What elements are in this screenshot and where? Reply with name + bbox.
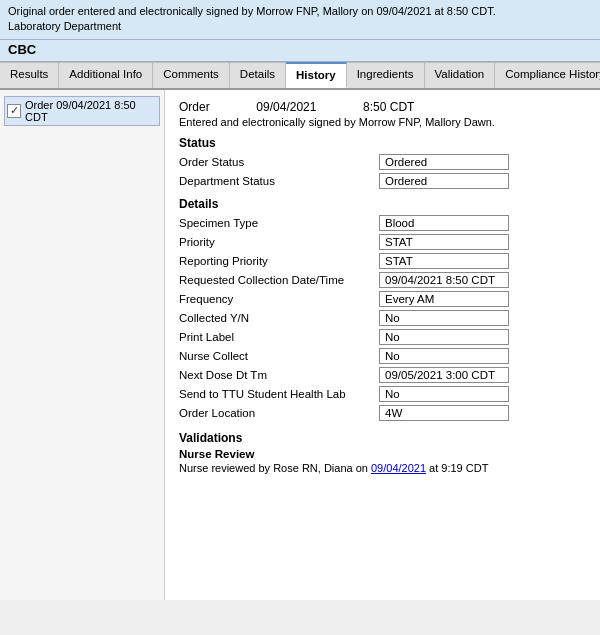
- right-panel: Order 09/04/2021 8:50 CDT Entered and el…: [165, 90, 600, 600]
- label-priority: Priority: [179, 236, 379, 248]
- label-nurse-collect: Nurse Collect: [179, 350, 379, 362]
- field-row-frequency: Frequency Every AM: [179, 291, 586, 307]
- left-item-label: Order 09/04/2021 8:50 CDT: [25, 99, 157, 123]
- tab-history[interactable]: History: [286, 62, 347, 88]
- value-send-ttu: No: [379, 386, 509, 402]
- field-row-send-ttu: Send to TTU Student Health Lab No: [179, 386, 586, 402]
- label-print-label: Print Label: [179, 331, 379, 343]
- order-checkbox[interactable]: [7, 104, 21, 118]
- nurse-review-heading: Nurse Review: [179, 448, 586, 460]
- banner-department: Laboratory Department: [8, 20, 121, 32]
- value-frequency: Every AM: [379, 291, 509, 307]
- nurse-review-prefix: Nurse reviewed by Rose RN, Diana on: [179, 462, 371, 474]
- field-row-order-location: Order Location 4W: [179, 405, 586, 421]
- value-requested-collection: 09/04/2021 8:50 CDT: [379, 272, 509, 288]
- order-header-date: 09/04/2021: [256, 100, 316, 114]
- validations-section: Validations Nurse Review Nurse reviewed …: [179, 431, 586, 474]
- order-header-label: Order: [179, 100, 210, 114]
- order-signed: Entered and electronically signed by Mor…: [179, 116, 586, 128]
- label-collected: Collected Y/N: [179, 312, 379, 324]
- field-row-priority: Priority STAT: [179, 234, 586, 250]
- order-header: Order 09/04/2021 8:50 CDT: [179, 100, 586, 114]
- value-priority: STAT: [379, 234, 509, 250]
- tab-ingredients[interactable]: Ingredients: [347, 62, 425, 88]
- label-order-status: Order Status: [179, 156, 379, 168]
- value-print-label: No: [379, 329, 509, 345]
- tab-results[interactable]: Results: [0, 62, 59, 88]
- nurse-review-text: Nurse reviewed by Rose RN, Diana on 09/0…: [179, 462, 586, 474]
- field-row-reporting-priority: Reporting Priority STAT: [179, 253, 586, 269]
- field-row-nurse-collect: Nurse Collect No: [179, 348, 586, 364]
- label-send-ttu: Send to TTU Student Health Lab: [179, 388, 379, 400]
- main-content: Order 09/04/2021 8:50 CDT Order 09/04/20…: [0, 90, 600, 600]
- value-specimen-type: Blood: [379, 215, 509, 231]
- tab-comments[interactable]: Comments: [153, 62, 230, 88]
- value-order-location: 4W: [379, 405, 509, 421]
- value-next-dose: 09/05/2021 3:00 CDT: [379, 367, 509, 383]
- value-nurse-collect: No: [379, 348, 509, 364]
- tab-validation[interactable]: Validation: [425, 62, 496, 88]
- label-specimen-type: Specimen Type: [179, 217, 379, 229]
- validations-heading: Validations: [179, 431, 586, 445]
- left-order-item[interactable]: Order 09/04/2021 8:50 CDT: [4, 96, 160, 126]
- order-title: CBC: [0, 40, 600, 62]
- tabs-bar: Results Additional Info Comments Details…: [0, 62, 600, 90]
- label-reporting-priority: Reporting Priority: [179, 255, 379, 267]
- field-row-specimen-type: Specimen Type Blood: [179, 215, 586, 231]
- status-heading: Status: [179, 136, 586, 150]
- banner-text: Original order entered and electronicall…: [8, 5, 496, 17]
- left-panel: Order 09/04/2021 8:50 CDT: [0, 90, 165, 600]
- tab-additional-info[interactable]: Additional Info: [59, 62, 153, 88]
- value-dept-status: Ordered: [379, 173, 509, 189]
- value-collected: No: [379, 310, 509, 326]
- field-row-requested-collection: Requested Collection Date/Time 09/04/202…: [179, 272, 586, 288]
- tab-compliance-history[interactable]: Compliance History: [495, 62, 600, 88]
- details-heading: Details: [179, 197, 586, 211]
- field-row-dept-status: Department Status Ordered: [179, 173, 586, 189]
- tab-details[interactable]: Details: [230, 62, 286, 88]
- nurse-review-date[interactable]: 09/04/2021: [371, 462, 426, 474]
- field-row-next-dose: Next Dose Dt Tm 09/05/2021 3:00 CDT: [179, 367, 586, 383]
- order-header-time: 8:50 CDT: [363, 100, 414, 114]
- label-next-dose: Next Dose Dt Tm: [179, 369, 379, 381]
- label-frequency: Frequency: [179, 293, 379, 305]
- nurse-review-suffix: at 9:19 CDT: [426, 462, 488, 474]
- field-row-print-label: Print Label No: [179, 329, 586, 345]
- label-dept-status: Department Status: [179, 175, 379, 187]
- field-row-collected: Collected Y/N No: [179, 310, 586, 326]
- value-reporting-priority: STAT: [379, 253, 509, 269]
- label-requested-collection: Requested Collection Date/Time: [179, 274, 379, 286]
- top-banner: Original order entered and electronicall…: [0, 0, 600, 40]
- field-row-order-status: Order Status Ordered: [179, 154, 586, 170]
- label-order-location: Order Location: [179, 407, 379, 419]
- value-order-status: Ordered: [379, 154, 509, 170]
